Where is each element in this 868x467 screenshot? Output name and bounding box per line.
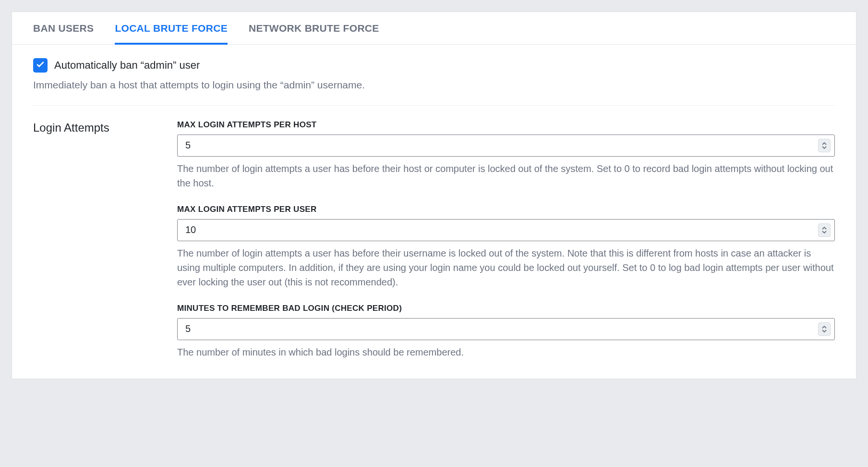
max-login-per-host-select[interactable]: 5 [177, 135, 835, 157]
section-title: Login Attempts [33, 120, 158, 359]
field-max-login-per-user: MAX LOGIN ATTEMPTS PER USER 10 The numbe… [177, 205, 835, 289]
stepper-icon [818, 322, 831, 336]
auto-ban-admin-checkbox[interactable] [33, 58, 48, 73]
stepper-icon [818, 223, 831, 237]
max-login-per-user-select[interactable]: 10 [177, 219, 835, 241]
auto-ban-admin-label[interactable]: Automatically ban “admin” user [54, 59, 200, 72]
divider [33, 105, 835, 106]
stepper-icon [818, 139, 831, 152]
field-description: The number of login attempts a user has … [177, 161, 835, 190]
tabs-bar: BAN USERS LOCAL BRUTE FORCE NETWORK BRUT… [12, 12, 856, 45]
minutes-remember-select[interactable]: 5 [177, 318, 835, 340]
check-icon [36, 60, 45, 71]
select-value: 5 [178, 140, 818, 151]
login-attempts-section: Login Attempts MAX LOGIN ATTEMPTS PER HO… [33, 120, 835, 359]
field-max-login-per-host: MAX LOGIN ATTEMPTS PER HOST 5 The number… [177, 120, 835, 190]
field-label: MINUTES TO REMEMBER BAD LOGIN (CHECK PER… [177, 304, 835, 313]
field-description: The number of login attempts a user has … [177, 246, 835, 289]
field-minutes-remember: MINUTES TO REMEMBER BAD LOGIN (CHECK PER… [177, 304, 835, 359]
fields-column: MAX LOGIN ATTEMPTS PER HOST 5 The number… [177, 120, 835, 359]
select-value: 10 [178, 224, 818, 235]
auto-ban-admin-row: Automatically ban “admin” user [33, 58, 835, 73]
settings-panel: BAN USERS LOCAL BRUTE FORCE NETWORK BRUT… [12, 12, 856, 379]
select-value: 5 [178, 323, 818, 334]
field-label: MAX LOGIN ATTEMPTS PER USER [177, 205, 835, 214]
tab-ban-users[interactable]: BAN USERS [33, 12, 94, 45]
auto-ban-admin-description: Immediately ban a host that attempts to … [33, 77, 835, 93]
tab-content: Automatically ban “admin” user Immediate… [12, 45, 856, 379]
field-label: MAX LOGIN ATTEMPTS PER HOST [177, 120, 835, 130]
tab-network-brute-force[interactable]: NETWORK BRUTE FORCE [249, 12, 379, 45]
field-description: The number of minutes in which bad login… [177, 345, 835, 359]
tab-local-brute-force[interactable]: LOCAL BRUTE FORCE [115, 12, 228, 45]
